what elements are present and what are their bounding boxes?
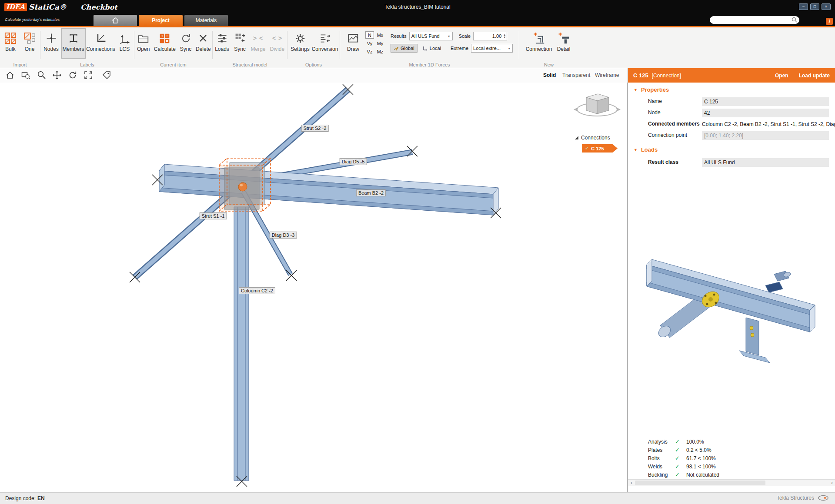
extreme-dropdown[interactable]: Local extre... ▼	[471, 44, 513, 53]
ribbon-group-current-item: Open	[134, 27, 212, 68]
toggle-my[interactable]: My	[376, 40, 384, 47]
title-bar: IDEA StatiCa® Checkbot Calculate yesterd…	[0, 0, 835, 26]
toggle-n[interactable]: N	[365, 31, 374, 39]
view-mode-wireframe[interactable]: Wireframe	[595, 72, 619, 78]
open-item-button[interactable]: Open	[134, 28, 152, 59]
view-mode-transparent[interactable]: Transparent	[562, 72, 590, 78]
scrollbar-thumb[interactable]	[635, 481, 765, 485]
check-value: 0.2 < 5.0%	[686, 447, 711, 453]
toggle-vz[interactable]: Vz	[365, 48, 374, 55]
zoom-window-button[interactable]	[21, 70, 30, 80]
tab-materials[interactable]: Materials	[184, 15, 228, 26]
connection-c125-tag-label: C 125	[591, 146, 604, 151]
member-label-strut-s1[interactable]: Strut S1 -1	[200, 212, 227, 219]
home-view-button[interactable]	[5, 70, 15, 80]
ribbon-group-member-forces-name: Member 1D Forces	[340, 62, 519, 67]
maximize-button[interactable]: □	[810, 3, 819, 10]
search-input[interactable]	[713, 16, 791, 24]
bulk-import-button[interactable]: Bulk	[1, 28, 20, 59]
window-title: Tekla structures_BIM tutorial	[0, 4, 835, 10]
open-connection-button[interactable]: Open	[775, 73, 788, 79]
tree-expander-icon[interactable]	[575, 136, 578, 139]
scale-spinner[interactable]: ▲ ▼	[503, 33, 506, 39]
sync-model-button[interactable]: Sync	[231, 28, 249, 59]
design-code-value: EN	[37, 495, 45, 501]
check-label: Welds	[648, 464, 662, 470]
settings-button[interactable]: Settings	[289, 28, 311, 59]
info-button[interactable]: i	[826, 18, 833, 25]
loads-icon	[217, 33, 228, 44]
property-row-result-class: Result class All ULS Fund	[628, 158, 835, 167]
scroll-left-arrow[interactable]: ‹	[628, 480, 635, 486]
member-label-diag-d3[interactable]: Diag D3 -3	[270, 232, 297, 239]
labels-connections-button[interactable]: Connections	[86, 28, 116, 59]
member-label-strut-s2[interactable]: Strut S2 -2	[301, 125, 329, 132]
sync-item-button[interactable]: Sync	[177, 28, 194, 59]
spinner-down-icon[interactable]: ▼	[503, 36, 506, 39]
view-mode-solid[interactable]: Solid	[543, 72, 556, 78]
properties-section-header[interactable]: ▼ Properties	[634, 86, 669, 93]
scroll-right-arrow[interactable]: ›	[829, 480, 835, 486]
delete-item-button[interactable]: Delete	[194, 28, 212, 59]
zoom-fit-button[interactable]	[84, 70, 93, 80]
conversion-button[interactable]: Conversion	[311, 28, 338, 59]
section-collapse-icon[interactable]: ▼	[634, 148, 638, 152]
global-toggle-button[interactable]: Global	[391, 44, 418, 53]
delete-icon	[198, 33, 208, 43]
pan-button[interactable]	[52, 70, 62, 80]
labels-members-button[interactable]: Members	[61, 28, 86, 59]
labels-nodes-label: Nodes	[43, 46, 59, 52]
labels-nodes-button[interactable]: Nodes	[41, 28, 61, 59]
bim-link-icon	[818, 495, 829, 501]
loads-section-header[interactable]: ▼ Loads	[634, 146, 658, 153]
name-field[interactable]: C 125	[702, 97, 829, 106]
minimize-button[interactable]: –	[799, 3, 808, 10]
close-button[interactable]: ×	[822, 3, 831, 10]
loads-label: Loads	[215, 46, 229, 52]
scale-input[interactable]: 1.00 ▲ ▼	[473, 32, 507, 40]
local-toggle-button[interactable]: Local	[420, 44, 444, 53]
load-update-button[interactable]: Load update	[799, 73, 830, 79]
draw-forces-label: Draw	[347, 46, 359, 52]
new-connection-button[interactable]: Connection	[524, 28, 554, 59]
zoom-button[interactable]	[37, 70, 46, 80]
connected-members-value: Coloumn C2 -2, Beam B2 -2, Strut S1 -1, …	[702, 120, 835, 129]
tab-project-label: Project	[152, 17, 170, 23]
tab-home[interactable]	[94, 15, 137, 26]
one-import-button[interactable]: One	[20, 28, 39, 59]
connection-c125-tag[interactable]: ✓ C 125	[582, 144, 618, 153]
result-class-field[interactable]: All ULS Fund	[702, 158, 829, 167]
sync-model-icon	[234, 33, 246, 44]
model-3d-scene[interactable]	[0, 83, 628, 492]
new-detail-button[interactable]: Detail	[554, 28, 574, 59]
rotate-view-button[interactable]	[68, 70, 77, 80]
toggle-mx[interactable]: Mx	[376, 31, 384, 39]
member-label-beam-b2[interactable]: Beam B2 -2	[356, 189, 386, 196]
toggle-vy[interactable]: Vy	[365, 40, 374, 47]
ribbon-group-import-name: Import	[0, 62, 40, 67]
label-tag-button[interactable]	[102, 70, 111, 80]
checkbot-app: { "icons": { "dropdown": "▼", "spin_up":…	[0, 0, 835, 504]
column-c2-member[interactable]	[234, 207, 249, 481]
member-label-column-c2[interactable]: Coloumn C2 -2	[239, 287, 275, 294]
result-class-label: Result class	[648, 159, 678, 165]
toggle-mz[interactable]: Mz	[376, 48, 384, 55]
loads-button[interactable]: Loads	[213, 28, 231, 59]
calculate-button[interactable]: Calculate	[152, 28, 177, 59]
labels-lcs-button[interactable]: LCS	[116, 28, 134, 59]
results-dropdown[interactable]: All ULS Fund ▼	[409, 32, 453, 40]
draw-forces-button[interactable]: Draw	[344, 28, 363, 59]
horizontal-scrollbar[interactable]: ‹ ›	[628, 479, 835, 486]
tab-project[interactable]: Project	[139, 15, 183, 26]
model-viewport[interactable]: Strut S2 -2 Diag D5 -5 Beam B2 -2 Strut …	[0, 83, 628, 492]
search-box[interactable]	[710, 16, 799, 24]
check-ok-icon: ✓	[675, 471, 680, 478]
section-collapse-icon[interactable]: ▼	[634, 88, 638, 92]
new-connection-icon	[532, 32, 545, 44]
connections-tree-item[interactable]: Connections	[575, 135, 610, 141]
navigation-cube[interactable]	[573, 89, 621, 129]
member-label-diag-d5[interactable]: Diag D5 -5	[340, 158, 367, 165]
node-field[interactable]: 42	[702, 109, 829, 117]
ribbon-group-structural-model-name: Structural model	[213, 62, 287, 67]
ribbon-group-options: Settings Conversion Options	[287, 27, 340, 68]
